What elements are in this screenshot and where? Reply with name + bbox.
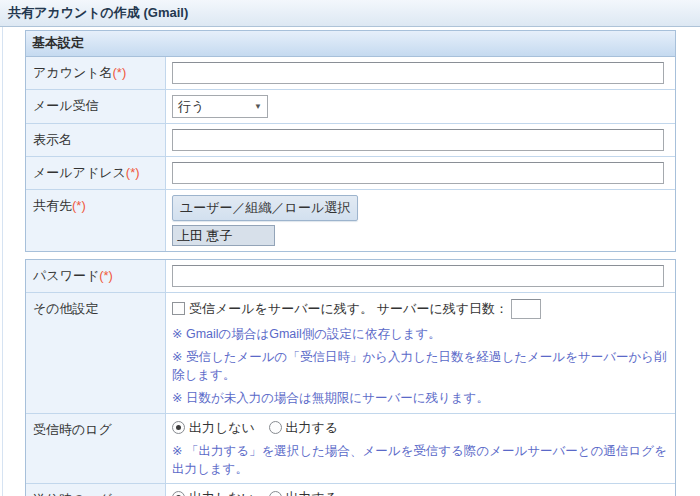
keep-mail-on-server-checkbox[interactable] [172, 302, 185, 315]
other-settings-row: その他設定 受信メールをサーバーに残す。 サーバーに残す日数： ※ Gmailの… [26, 292, 675, 413]
required-mark: (*) [113, 65, 127, 80]
mail-address-row: メールアドレス(*) [26, 156, 675, 189]
days-to-keep-label: サーバーに残す日数： [377, 301, 508, 316]
password-label: パスワード(*) [26, 260, 166, 292]
section-header: 基本設定 [26, 31, 675, 57]
mail-receive-row: メール受信 行う ▼ [26, 89, 675, 123]
form-content: 基本設定 アカウント名(*) メール受信 行う ▼ 表示名 [25, 30, 676, 496]
password-input[interactable] [172, 265, 664, 287]
password-row: パスワード(*) [26, 260, 675, 292]
receive-log-radio-no[interactable] [172, 421, 185, 434]
days-to-keep-input[interactable] [511, 299, 541, 319]
other-settings-note-1: ※ Gmailの場合はGmail側の設定に依存します。 [172, 325, 669, 343]
receive-log-radio-group: 出力しない 出力する [172, 419, 669, 437]
other-settings-note-3: ※ 日数が未入力の場合は無期限にサーバーに残ります。 [172, 389, 669, 407]
send-log-radio-no[interactable] [172, 491, 185, 496]
mail-receive-selected-value: 行う [178, 98, 204, 116]
receive-log-option-no[interactable]: 出力しない [172, 420, 255, 435]
receive-log-label: 受信時のログ [26, 414, 166, 483]
account-name-label: アカウント名(*) [26, 57, 166, 89]
mail-address-input[interactable] [172, 162, 664, 184]
send-log-option-yes[interactable]: 出力する [269, 490, 339, 496]
receive-log-row: 受信時のログ 出力しない 出力する ※ 「出力する」を選択した場合、メールを受信… [26, 413, 675, 483]
account-name-input[interactable] [172, 62, 664, 84]
user-org-role-select-button[interactable]: ユーザー／組織／ロール選択 [172, 195, 358, 221]
other-settings-label: その他設定 [26, 293, 166, 413]
basic-settings-table: 基本設定 アカウント名(*) メール受信 行う ▼ 表示名 [25, 30, 676, 252]
receive-log-note: ※ 「出力する」を選択した場合、メールを受信する際のメールサーバーとの通信ログを… [172, 442, 669, 478]
send-log-radio-yes[interactable] [269, 491, 282, 496]
detail-settings-table: パスワード(*) その他設定 受信メールをサーバーに残す。 サーバーに残す日数：… [25, 259, 676, 496]
mail-address-label: メールアドレス(*) [26, 157, 166, 189]
selected-user: 上田 恵子 [177, 228, 233, 243]
mail-receive-label: メール受信 [26, 90, 166, 123]
display-name-row: 表示名 [26, 123, 675, 156]
send-log-row: 送信時のログ 出力しない 出力する ※ 「出力する」を選択した場合、メールを送信… [26, 483, 675, 496]
send-log-option-no[interactable]: 出力しない [172, 490, 255, 496]
share-target-row: 共有先(*) ユーザー／組織／ロール選択 上田 恵子 [26, 189, 675, 251]
receive-log-radio-yes[interactable] [269, 421, 282, 434]
send-log-label: 送信時のログ [26, 484, 166, 496]
other-settings-note-2: ※ 受信したメールの「受信日時」から入力した日数を経過したメールをサーバーから削… [172, 348, 669, 384]
mail-receive-select[interactable]: 行う ▼ [172, 95, 268, 118]
create-shared-account-dialog: 共有アカウントの作成 (Gmail) 基本設定 アカウント名(*) メール受信 … [0, 0, 700, 496]
required-mark: (*) [72, 198, 86, 213]
share-target-label: 共有先(*) [26, 190, 166, 251]
keep-mail-on-server-label: 受信メールをサーバーに残す。 [189, 301, 373, 316]
display-name-input[interactable] [172, 129, 664, 151]
chevron-down-icon: ▼ [254, 102, 262, 111]
receive-log-option-yes[interactable]: 出力する [269, 420, 339, 435]
required-mark: (*) [99, 268, 113, 283]
account-name-row: アカウント名(*) [26, 57, 675, 89]
share-target-selected-list[interactable]: 上田 恵子 [172, 225, 275, 246]
display-name-label: 表示名 [26, 124, 166, 156]
send-log-radio-group: 出力しない 出力する [172, 489, 669, 496]
page-title: 共有アカウントの作成 (Gmail) [0, 0, 700, 27]
required-mark: (*) [126, 165, 140, 180]
